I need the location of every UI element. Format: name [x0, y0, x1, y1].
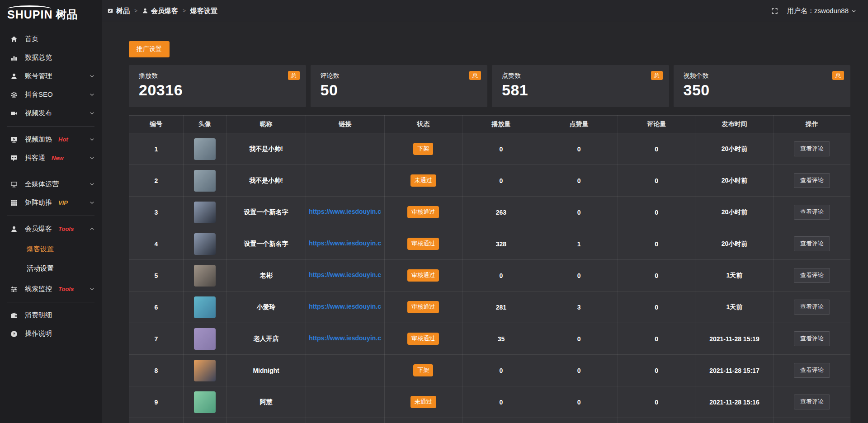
cell-publish-time — [695, 418, 774, 423]
cell-action: 查看评论 — [774, 323, 850, 355]
sidebar-item-douketong[interactable]: 抖客通New — [0, 149, 102, 167]
cell-link — [306, 418, 384, 423]
cell-link: https://www.iesdouyin.c — [306, 323, 384, 355]
sidebar-item-clue-monitor[interactable]: 线索监控Tools — [0, 280, 102, 298]
cell-comments: 0 — [618, 165, 695, 197]
video-link[interactable]: https://www.iesdouyin.c — [309, 208, 381, 215]
sidebar-item-label: 操作说明 — [25, 329, 52, 338]
chevron-down-icon — [90, 287, 94, 291]
view-comments-button[interactable]: 查看评论 — [794, 300, 830, 314]
avatar — [194, 391, 216, 413]
sidebar-item-matrix-boost[interactable]: 矩阵助推VIP — [0, 193, 102, 212]
sidebar-item-label: 数据总览 — [25, 53, 52, 62]
user-menu[interactable]: 用户名：zswodun88 — [787, 7, 856, 15]
cell-status — [384, 418, 462, 423]
sidebar-item-consume-detail[interactable]: 消费明细 — [0, 306, 102, 324]
view-comments-button[interactable]: 查看评论 — [794, 331, 830, 346]
view-comments-button[interactable]: 查看评论 — [794, 363, 830, 377]
cell-nickname — [226, 418, 306, 423]
view-comments-button[interactable]: 查看评论 — [794, 173, 830, 188]
cell-likes: 0 — [540, 197, 618, 228]
status-badge: 审核通过 — [407, 301, 439, 313]
breadcrumb-separator: > — [183, 8, 186, 14]
cell-status: 未通过 — [384, 165, 462, 197]
gear-icon — [10, 91, 18, 99]
video-link[interactable]: https://www.iesdouyin.c — [309, 240, 381, 247]
cell-publish-time: 2021-11-28 15:17 — [695, 355, 774, 386]
sidebar-submenu: 爆客设置活动设置 — [0, 238, 102, 280]
breadcrumb-label: 会员爆客 — [151, 7, 178, 15]
avatar — [194, 138, 216, 160]
cell-likes: 0 — [540, 355, 618, 386]
status-badge: 审核通过 — [407, 238, 439, 249]
cell-avatar — [183, 355, 226, 386]
sidebar-menu: 首页数据总览账号管理抖音SEO视频发布视频加热Hot抖客通New全媒体运营矩阵助… — [0, 26, 102, 343]
table-column-header: 点赞量 — [540, 116, 618, 133]
video-link[interactable]: https://www.iesdouyin.c — [309, 303, 381, 310]
cell-id: 2 — [129, 165, 184, 197]
cell-link — [306, 386, 384, 418]
cell-link — [306, 133, 384, 165]
sidebar: SHUPIN 树品 首页数据总览账号管理抖音SEO视频发布视频加热Hot抖客通N… — [0, 0, 102, 423]
view-comments-button[interactable]: 查看评论 — [794, 395, 830, 409]
sidebar-item-operation-guide[interactable]: ?操作说明 — [0, 324, 102, 343]
sidebar-item-video-publish[interactable]: 视频发布 — [0, 104, 102, 122]
cell-avatar — [183, 133, 226, 165]
sidebar-item-label: 消费明细 — [25, 311, 52, 320]
breadcrumb-label: 爆客设置 — [190, 7, 217, 15]
sidebar-item-tag: VIP — [58, 199, 68, 206]
cell-comments — [618, 418, 695, 423]
breadcrumb-label: 树品 — [116, 7, 130, 15]
view-comments-button[interactable]: 查看评论 — [794, 141, 830, 156]
user-icon — [10, 72, 18, 80]
sidebar-item-tag: Tools — [58, 226, 74, 232]
user-icon — [142, 8, 148, 14]
chevron-down-icon — [90, 155, 94, 160]
svg-text:?: ? — [13, 331, 15, 336]
sidebar-item-media-operation[interactable]: 全媒体运营 — [0, 175, 102, 193]
cell-nickname: Midnight — [226, 355, 306, 386]
cell-action: 查看评论 — [774, 291, 850, 323]
promo-settings-button[interactable]: 推广设置 — [129, 41, 170, 57]
heat-icon — [10, 136, 18, 144]
stat-label: 点赞数 — [502, 72, 659, 80]
fullscreen-icon[interactable] — [771, 8, 778, 14]
cell-nickname: 我不是小帅! — [226, 133, 306, 165]
cell-publish-time: 20小时前 — [695, 165, 774, 197]
video-link[interactable]: https://www.iesdouyin.c — [309, 271, 381, 278]
view-comments-button[interactable]: 查看评论 — [794, 205, 830, 219]
cell-publish-time: 20小时前 — [695, 197, 774, 228]
cell-likes — [540, 418, 618, 423]
sidebar-item-home[interactable]: 首页 — [0, 30, 102, 48]
sidebar-item-member-baoke[interactable]: 会员爆客Tools — [0, 220, 102, 238]
table-row: 3设置一个新名字https://www.iesdouyin.c审核通过26300… — [129, 197, 850, 228]
video-link[interactable]: https://www.iesdouyin.c — [309, 334, 381, 342]
cell-link — [306, 165, 384, 197]
cell-plays: 0 — [462, 260, 540, 291]
sidebar-item-label: 会员爆客 — [25, 225, 52, 233]
sidebar-subitem[interactable]: 爆客设置 — [0, 239, 102, 258]
view-comments-button[interactable]: 查看评论 — [794, 236, 830, 251]
cell-comments: 0 — [618, 291, 695, 323]
cell-likes: 0 — [540, 133, 618, 165]
sidebar-item-video-heat[interactable]: 视频加热Hot — [0, 130, 102, 149]
breadcrumb-item-member[interactable]: 会员爆客 — [142, 7, 178, 15]
sidebar-item-data-overview[interactable]: 数据总览 — [0, 48, 102, 67]
sidebar-item-douyin-seo[interactable]: 抖音SEO — [0, 85, 102, 104]
breadcrumb-item-app[interactable]: 树品 — [107, 7, 130, 15]
cell-nickname: 设置一个新名字 — [226, 197, 306, 228]
view-comments-button[interactable]: 查看评论 — [794, 268, 830, 282]
table-row: 4设置一个新名字https://www.iesdouyin.c审核通过32810… — [129, 228, 850, 260]
avatar — [194, 233, 216, 255]
cell-action: 查看评论 — [774, 228, 850, 260]
cell-likes: 0 — [540, 386, 618, 418]
cell-comments: 0 — [618, 260, 695, 291]
sidebar-subitem[interactable]: 活动设置 — [0, 258, 102, 278]
breadcrumb-item-current: 爆客设置 — [190, 7, 217, 15]
status-badge: 审核通过 — [407, 206, 439, 218]
cell-id: 6 — [129, 291, 184, 323]
cell-likes: 1 — [540, 228, 618, 260]
cell-link: https://www.iesdouyin.c — [306, 197, 384, 228]
chevron-down-icon — [90, 137, 94, 142]
sidebar-item-account-manage[interactable]: 账号管理 — [0, 67, 102, 85]
